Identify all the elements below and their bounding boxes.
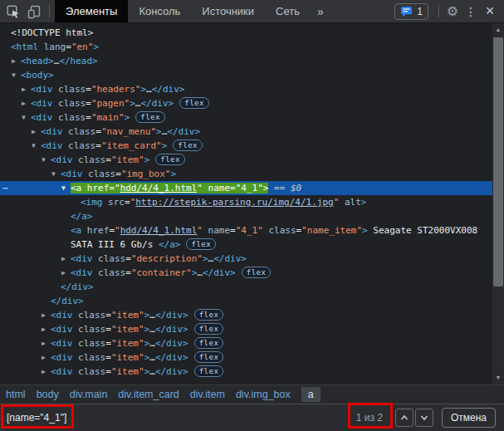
flex-badge[interactable]: flex [194,365,224,377]
dom-tree-row[interactable]: ▼<div class="main">flex [0,110,492,125]
tab-консоль[interactable]: Консоль [128,0,191,22]
chevron-up-icon [399,414,409,422]
flex-badge[interactable]: flex [155,154,185,165]
search-input[interactable] [0,404,356,431]
dom-tree-row[interactable]: ▶<head>…</head> [0,54,492,68]
collapse-arrow-icon[interactable]: ▼ [42,153,46,167]
flex-badge[interactable]: flex [186,238,216,250]
dom-tree-row[interactable]: ▶<div class="nav_menu">…</div> [0,125,492,139]
toggle-device-toolbar-icon[interactable] [24,1,46,22]
settings-gear-icon[interactable]: ⚙ [443,3,462,19]
code-token-ell: … [149,352,155,363]
tab-сеть[interactable]: Сеть [265,0,311,22]
breadcrumb-item-div.item_card[interactable]: div.item_card [118,387,179,402]
flex-badge[interactable]: flex [194,351,224,363]
code-token-attr: lang [38,42,66,52]
code-token-p: = [105,324,111,335]
breadcrumb-item-div.item[interactable]: div.item [190,387,225,402]
scrollbar-thumb[interactable] [493,37,503,287]
scrollbar-up-arrow-icon[interactable]: ▲ [492,24,504,36]
dom-tree-row[interactable]: </div> [0,280,492,294]
dom-tree-row[interactable]: ⋯▼<a href="hdd/4/4_1.html" name="4_1"> =… [0,181,492,195]
inspect-element-icon[interactable] [2,1,24,22]
collapse-arrow-icon[interactable]: ▼ [22,110,26,125]
expand-arrow-icon[interactable]: ▶ [42,365,46,379]
expand-arrow-icon[interactable]: ▶ [61,252,66,266]
cancel-button[interactable]: Отмена [442,408,496,428]
code-token-tag: <div [51,310,73,321]
code-token-tag: <div [31,98,53,109]
code-token-tag: <html [11,42,38,52]
code-token-tag: > [130,98,135,109]
more-actions-icon[interactable]: ⋯ [2,181,8,195]
code-token-val: "main" [91,112,125,123]
flex-badge[interactable]: flex [179,97,209,109]
code-token-ell: … [149,310,155,321]
scrollbar-down-arrow-icon[interactable]: ▼ [492,372,504,384]
expand-arrow-icon[interactable]: ▶ [42,336,46,350]
kebab-menu-icon[interactable]: ⋮ [462,5,479,18]
collapse-arrow-icon[interactable]: ▼ [61,181,66,195]
dom-tree-row[interactable]: ▶<div class="item">…</div>flex [0,322,492,336]
dom-tree-row[interactable]: <html lang="en"> [0,40,492,54]
expand-arrow-icon[interactable]: ▶ [22,82,26,96]
issues-button[interactable]: 1 [394,3,428,20]
tab-элементы[interactable]: Элементы [55,0,128,22]
expand-arrow-icon[interactable]: ▶ [32,125,36,139]
dom-tree-row[interactable]: ▶<div class="item">…</div>flex [0,336,492,350]
dom-tree-row[interactable]: ▶<div class="container">…</div>flex [0,266,492,280]
expand-arrow-icon[interactable]: ▶ [42,322,46,336]
dom-tree-row[interactable]: SATA III 6 Gb/s </a>flex [0,238,492,252]
collapse-arrow-icon[interactable]: ▼ [51,167,56,181]
dom-tree-row[interactable]: <img src="http://stepik-parsing.ru/img/4… [0,195,492,209]
dom-tree-row[interactable]: </div> [0,294,492,308]
expand-arrow-icon[interactable]: ▶ [22,96,26,110]
breadcrumb-item-div.main[interactable]: div.main [70,387,108,402]
breadcrumb-item-div.img_box[interactable]: div.img_box [236,387,291,402]
dom-tree-row[interactable]: ▶<div class="item">…</div>flex [0,350,492,365]
code-token-attr: class [73,366,106,377]
code-token-val: "nav_menu" [101,126,156,137]
breadcrumb-item-html[interactable]: html [6,387,26,402]
dom-tree-row[interactable]: ▼<body> [0,68,492,82]
dom-tree-row[interactable]: ▼<div class="item">flex [0,153,492,167]
code-token-tag: </div> [140,98,174,109]
next-match-button[interactable] [415,409,433,427]
dom-tree-row[interactable]: ▶<div class="item">…</div>flex [0,308,492,322]
dom-tree-row[interactable]: ▼<div class="item_card">flex [0,139,492,153]
expand-arrow-icon[interactable]: ▶ [61,266,66,280]
code-token-val: "item" [111,324,144,335]
dom-tree-row[interactable]: <!DOCTYPE html> [0,26,492,40]
collapse-arrow-icon[interactable]: ▼ [12,68,16,82]
flex-badge[interactable]: flex [135,111,165,123]
expand-arrow-icon[interactable]: ▶ [12,54,16,68]
dom-tree-row[interactable]: ▶<div class="description">…</div> [0,252,492,266]
flex-badge[interactable]: flex [173,140,203,151]
code-token-p: = [230,183,236,193]
dom-tree-row[interactable]: ▼<div class="img_box"> [0,167,492,181]
previous-match-button[interactable] [395,409,413,427]
collapse-arrow-icon[interactable]: ▼ [32,139,36,153]
flex-badge[interactable]: flex [194,337,224,349]
dom-tree-row[interactable]: ▶<div class="item">…</div>flex [0,365,492,379]
flex-badge[interactable]: flex [242,267,272,278]
code-token-p: = [109,225,115,236]
dom-tree-row[interactable]: ▶<div class="headers">…</div> [0,82,492,96]
dom-tree-row[interactable]: ▶<div class="pagen">…</div>flex [0,96,492,110]
devtools-toolbar: ЭлементыКонсольИсточникиСеть» 1 ⚙ ⋮ × [0,0,504,23]
flex-badge[interactable]: flex [194,309,224,321]
tab-overflow-chevron[interactable]: » [311,0,330,22]
breadcrumb-item-a[interactable]: a [301,387,321,402]
expand-arrow-icon[interactable]: ▶ [42,350,46,365]
close-devtools-icon[interactable]: × [479,2,501,20]
flex-badge[interactable]: flex [194,323,224,335]
scrollbar[interactable]: ▲ ▼ [492,23,504,384]
expand-arrow-icon[interactable]: ▶ [42,308,46,322]
code-token-tag: <div [31,84,53,95]
dom-tree-row[interactable]: <a href="hdd/4/4_1.html" name="4_1" clas… [0,223,492,238]
tab-источники[interactable]: Источники [191,0,265,22]
breadcrumb-item-body[interactable]: body [37,387,59,402]
code-token-attr: class [73,338,106,349]
dom-tree-row[interactable]: </a> [0,209,492,223]
code-token-val: "item_card" [101,140,162,151]
